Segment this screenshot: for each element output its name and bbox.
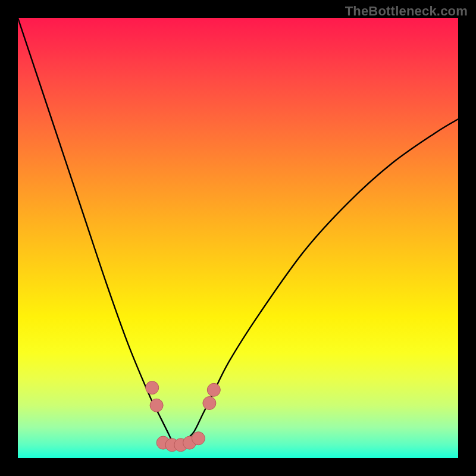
watermark-text: TheBottleneck.com [345,4,468,19]
curve-markers [146,381,221,452]
marker-right-upper [207,383,220,396]
marker-left-upper [146,381,159,394]
marker-left-mid [150,399,163,412]
marker-bottom-5 [192,432,205,445]
bottleneck-curve [18,18,458,446]
chart-frame: TheBottleneck.com [0,0,476,476]
marker-right-mid [203,397,216,410]
plot-area [18,18,458,458]
chart-svg [18,18,458,458]
